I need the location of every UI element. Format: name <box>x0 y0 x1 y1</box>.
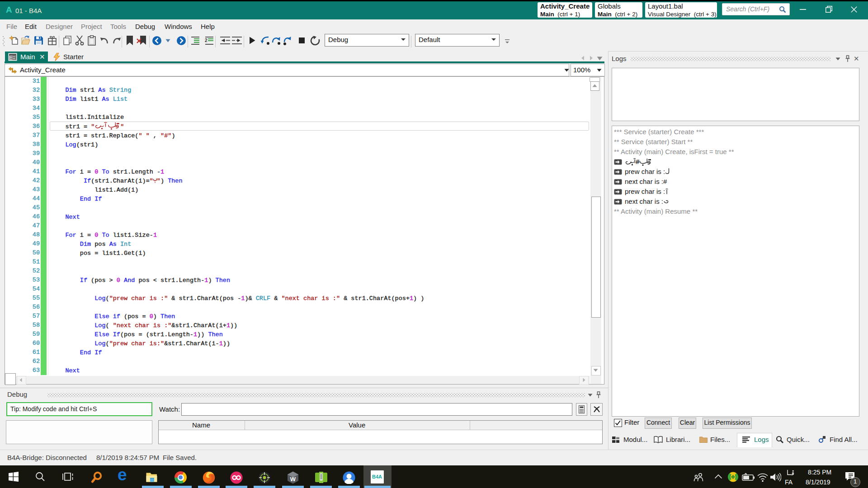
svg-text:W: W <box>290 476 296 483</box>
svg-text:2: 2 <box>205 38 208 43</box>
